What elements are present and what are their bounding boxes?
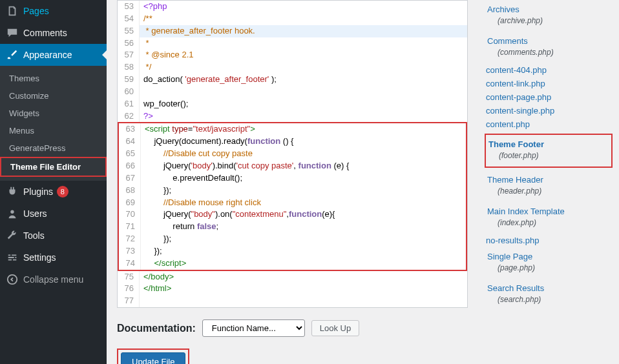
sidebar-label: Plugins — [23, 187, 53, 197]
code-l61: wp_footer(); — [140, 98, 467, 110]
sidebar-label: Pages — [23, 6, 49, 16]
submenu-widgets[interactable]: Widgets — [0, 105, 107, 122]
file-item-theme-footer[interactable]: Theme Footer(footer.php) — [485, 134, 613, 168]
lookup-button[interactable]: Look Up — [311, 320, 359, 336]
submenu-menus[interactable]: Menus — [0, 122, 107, 139]
highlighted-code-block: 63<script type="text/javascript"> 64 jQu… — [118, 122, 467, 270]
submenu-theme-file-editor[interactable]: Theme File Editor — [0, 157, 107, 177]
editor-pane: 53<?php 54/** 55 * generate_after_footer… — [107, 0, 478, 364]
comment-icon — [6, 27, 18, 39]
submenu-themes[interactable]: Themes — [0, 70, 107, 87]
submenu-customize[interactable]: Customize — [0, 87, 107, 105]
gutter: 54 — [118, 13, 140, 25]
gutter: 58 — [118, 61, 140, 74]
gutter: 63 — [119, 123, 141, 136]
sliders-icon — [6, 252, 18, 263]
sidebar-label: Settings — [23, 252, 56, 263]
code-l69: //Disable mouse right click — [141, 197, 466, 209]
gutter: 61 — [118, 98, 140, 110]
sidebar-item-settings[interactable]: Settings — [0, 247, 107, 268]
code-l73: }); — [141, 245, 466, 258]
gutter: 69 — [119, 197, 141, 209]
gutter: 72 — [119, 233, 141, 245]
sidebar-label: Comments — [23, 28, 67, 38]
code-editor[interactable]: 53<?php 54/** 55 * generate_after_footer… — [117, 0, 468, 308]
update-file-highlight: Update File — [117, 349, 189, 364]
gutter: 76 — [118, 283, 140, 295]
svg-point-1 — [8, 275, 17, 284]
code-l53: <?php — [140, 1, 467, 13]
sidebar-label: Tools — [23, 230, 45, 241]
code-l76: </html> — [140, 283, 467, 295]
code-l57: * @since 2.1 — [140, 49, 467, 61]
sidebar-label: Users — [23, 208, 47, 219]
sidebar-label: Appearance — [23, 50, 72, 60]
sidebar-collapse[interactable]: Collapse menu — [0, 268, 107, 290]
code-l65: //Disable cut copy paste — [141, 148, 466, 160]
code-l58: */ — [140, 61, 467, 74]
sidebar-item-plugins[interactable]: Plugins 8 — [0, 181, 107, 203]
sidebar-item-users[interactable]: Users — [0, 203, 107, 225]
code-l72: }); — [141, 233, 466, 245]
gutter: 65 — [119, 148, 141, 160]
admin-sidebar: Pages Comments Appearance Themes Customi… — [0, 0, 107, 364]
code-l63: <script type="text/javascript"> — [141, 123, 466, 136]
code-l55: * generate_after_footer hook. — [140, 25, 467, 37]
file-item-content-link[interactable]: content-link.php — [485, 77, 613, 90]
gutter: 66 — [119, 160, 141, 172]
sidebar-item-comments[interactable]: Comments — [0, 22, 107, 44]
gutter: 62 — [118, 110, 140, 123]
file-item-content-single[interactable]: content-single.php — [485, 104, 613, 117]
gutter: 68 — [119, 185, 141, 197]
plug-icon — [6, 186, 18, 197]
code-l59: do_action( 'generate_after_footer' ); — [140, 74, 467, 86]
file-item-no-results[interactable]: no-results.php — [485, 234, 613, 247]
file-item-content-404[interactable]: content-404.php — [485, 63, 613, 77]
sidebar-item-pages[interactable]: Pages — [0, 0, 107, 22]
code-l75: </body> — [140, 271, 467, 283]
submenu-generatepress[interactable]: GeneratePress — [0, 139, 107, 157]
code-l74: </script> — [141, 258, 466, 270]
file-item-content-page[interactable]: content-page.php — [485, 90, 613, 104]
main-content: 53<?php 54/** 55 * generate_after_footer… — [107, 0, 619, 364]
code-l77 — [140, 295, 467, 307]
page-icon — [6, 5, 18, 17]
code-l66: jQuery('body').bind('cut copy paste', fu… — [141, 160, 466, 172]
file-item-main-index[interactable]: Main Index Template(index.php) — [485, 202, 613, 234]
file-item-content[interactable]: content.php — [485, 117, 613, 131]
code-l62: ?> — [140, 110, 467, 123]
sidebar-item-tools[interactable]: Tools — [0, 225, 107, 247]
gutter: 60 — [118, 86, 140, 98]
appearance-submenu: Themes Customize Widgets Menus GenerateP… — [0, 66, 107, 181]
update-file-button[interactable]: Update File — [121, 352, 185, 364]
documentation-label: Documentation: — [117, 323, 196, 334]
collapse-icon — [6, 274, 18, 285]
code-l67: e.preventDefault(); — [141, 172, 466, 185]
plugins-update-badge: 8 — [57, 186, 68, 197]
file-item-archives[interactable]: Archives(archive.php) — [485, 0, 613, 32]
documentation-row: Documentation: Function Name... Look Up — [117, 319, 468, 337]
gutter: 56 — [118, 37, 140, 50]
gutter: 77 — [118, 295, 140, 307]
code-l54: /** — [140, 13, 467, 25]
function-name-select[interactable]: Function Name... — [202, 319, 305, 337]
gutter: 71 — [119, 221, 141, 233]
gutter: 59 — [118, 74, 140, 86]
code-l64: jQuery(document).ready(function () { — [141, 136, 466, 148]
svg-point-0 — [10, 210, 14, 214]
file-item-single-page[interactable]: Single Page(page.php) — [485, 247, 613, 279]
gutter: 55 — [118, 25, 140, 37]
wrench-icon — [6, 230, 18, 241]
file-item-search-results[interactable]: Search Results(search.php) — [485, 279, 613, 310]
code-l60 — [140, 86, 467, 98]
gutter: 70 — [119, 208, 141, 221]
code-l68: }); — [141, 185, 466, 197]
sidebar-item-appearance[interactable]: Appearance — [0, 44, 107, 66]
gutter: 64 — [119, 136, 141, 148]
code-l71: return false; — [141, 221, 466, 233]
gutter: 67 — [119, 172, 141, 185]
file-item-theme-header[interactable]: Theme Header(header.php) — [485, 170, 613, 202]
file-item-comments[interactable]: Comments(comments.php) — [485, 32, 613, 63]
gutter: 75 — [118, 271, 140, 283]
user-icon — [6, 208, 18, 219]
